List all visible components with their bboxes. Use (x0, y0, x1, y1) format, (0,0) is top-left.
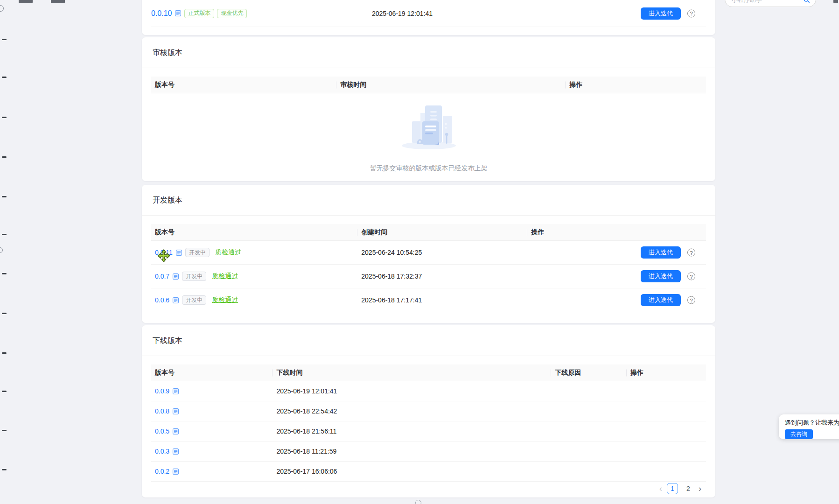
created-time: 2025-06-18 17:32:37 (357, 273, 527, 280)
version-link[interactable]: 0.0.3 (155, 448, 169, 455)
pagination: ‹ 1 2 › (659, 483, 701, 494)
version-link[interactable]: 0.0.6 (155, 296, 169, 304)
left-edge-mark (2, 234, 7, 235)
created-time: 2025-06-24 10:54:25 (357, 249, 527, 256)
bottom-edge-circle (415, 500, 421, 504)
left-edge-mark (2, 156, 7, 158)
section-title: 下线版本 (142, 325, 715, 356)
column-header: 操作 (527, 228, 706, 237)
offline-table: 版本号 下线时间 下线原因 操作 0.0.9 2025-06-19 12:01:… (151, 364, 706, 482)
search-icon[interactable] (803, 0, 810, 3)
action-cell: 进入迭代 ? (527, 288, 706, 312)
file-icon[interactable] (172, 428, 179, 435)
action-cell (627, 421, 706, 441)
offline-time: 2025-06-18 22:54:42 (273, 407, 551, 415)
action-cell (627, 441, 706, 461)
dev-table: 版本号 创建时间 操作 0.0.11 开发中 质检通过 2025-06-24 1… (151, 224, 706, 312)
version-link[interactable]: 0.0.8 (155, 407, 169, 415)
file-icon[interactable] (172, 297, 179, 304)
table-row: 0.0.8 2025-06-18 22:54:42 (151, 401, 706, 421)
clipped-tab-text (19, 0, 33, 3)
enter-iteration-button[interactable]: 进入迭代 (641, 294, 681, 306)
file-icon[interactable] (172, 448, 179, 455)
table-row: 0.0.6 开发中 质检通过 2025-06-18 17:17:41 进入迭代 … (151, 288, 706, 312)
page-button-2[interactable]: 2 (683, 483, 694, 494)
enter-iteration-button[interactable]: 进入迭代 (641, 7, 681, 20)
version-link[interactable]: 0.0.7 (155, 273, 169, 280)
column-header: 下线原因 (551, 369, 627, 377)
version-cell: 0.0.6 开发中 质检通过 (151, 295, 357, 305)
empty-state-text: 暂无提交审核的版本或版本已经发布上架 (151, 164, 706, 173)
left-edge-circle (0, 5, 4, 12)
column-header: 版本号 (151, 369, 273, 377)
created-time: 2025-06-18 17:17:41 (357, 296, 527, 304)
help-icon[interactable]: ? (687, 296, 695, 304)
offline-time: 2025-06-17 16:06:06 (273, 468, 551, 475)
version-cell: 0.0.3 (151, 448, 273, 455)
version-cell: 0.0.9 (151, 387, 273, 395)
status-tag: 开发中 (185, 248, 210, 257)
enter-iteration-button[interactable]: 进入迭代 (641, 246, 681, 259)
left-edge-mark (2, 391, 7, 392)
table-header: 版本号 审核时间 操作 (151, 77, 706, 93)
version-cell: 0.0.5 (151, 427, 273, 435)
column-header: 版本号 (151, 228, 357, 237)
column-header: 操作 (566, 81, 706, 89)
qa-passed-link[interactable]: 质检通过 (215, 248, 241, 257)
enter-iteration-button[interactable]: 进入迭代 (641, 270, 681, 282)
action-cell: 进入迭代 ? (247, 0, 706, 27)
version-cell: 0.0.10 正式版本 现金优先 (151, 9, 247, 18)
next-page-icon[interactable]: › (699, 483, 701, 494)
clipped-tab-text (51, 0, 65, 3)
release-version-card: 0.0.10 正式版本 现金优先 2025-06-19 12:01:41 进入迭… (142, 0, 715, 35)
file-icon[interactable] (172, 468, 179, 475)
version-link[interactable]: 0.0.2 (155, 468, 169, 475)
offline-time: 2025-06-18 11:21:59 (273, 448, 551, 455)
file-icon[interactable] (172, 388, 179, 395)
left-edge-mark (2, 469, 7, 470)
version-link[interactable]: 0.0.10 (151, 9, 172, 18)
chat-widget: 遇到问题？让我来为你 去咨询 (779, 414, 839, 439)
column-header: 下线时间 (273, 369, 551, 377)
status-tag: 开发中 (182, 295, 206, 305)
table-row: 0.0.3 2025-06-18 11:21:59 (151, 441, 706, 462)
version-cell: 0.0.2 (151, 468, 273, 475)
left-edge-mark (2, 313, 7, 314)
action-cell: 进入迭代 ? (527, 241, 706, 264)
help-icon[interactable]: ? (687, 273, 695, 280)
left-edge-mark (2, 196, 7, 197)
offline-versions-card: 下线版本 版本号 下线时间 下线原因 操作 0.0.9 2025-06-19 1… (142, 325, 715, 497)
version-cell: 0.0.11 开发中 质检通过 (151, 248, 357, 257)
version-link[interactable]: 0.0.9 (155, 387, 169, 395)
qa-passed-link[interactable]: 质检通过 (212, 272, 238, 280)
file-icon[interactable] (175, 10, 182, 17)
page-button-1[interactable]: 1 (667, 483, 678, 494)
status-tag: 开发中 (182, 272, 206, 281)
left-edge-circle (0, 247, 3, 253)
search-input[interactable] (731, 0, 803, 4)
offline-time: 2025-06-19 12:01:41 (273, 387, 551, 395)
file-icon[interactable] (172, 408, 179, 415)
clipped-corner-text (833, 0, 838, 3)
file-icon[interactable] (175, 249, 182, 256)
table-row: 0.0.10 正式版本 现金优先 2025-06-19 12:01:41 进入迭… (151, 0, 706, 27)
action-cell (627, 381, 706, 401)
column-header: 创建时间 (357, 228, 527, 237)
help-icon[interactable]: ? (687, 249, 695, 257)
section-title: 开发版本 (142, 185, 715, 216)
version-link[interactable]: 0.0.5 (155, 427, 169, 435)
table-row: 0.0.5 2025-06-18 21:56:11 (151, 421, 706, 441)
qa-passed-link[interactable]: 质检通过 (212, 296, 238, 304)
action-cell (627, 401, 706, 421)
consult-button[interactable]: 去咨询 (785, 429, 813, 439)
help-icon[interactable]: ? (687, 9, 695, 17)
file-icon[interactable] (172, 273, 179, 280)
left-edge-mark (2, 117, 7, 118)
table-row: 0.0.7 开发中 质检通过 2025-06-18 17:32:37 进入迭代 … (151, 265, 706, 288)
table-header: 版本号 下线时间 下线原因 操作 (151, 364, 706, 381)
left-edge-mark (2, 430, 7, 431)
table-row: 0.0.2 2025-06-17 16:06:06 (151, 462, 706, 482)
prev-page-icon[interactable]: ‹ (659, 483, 662, 494)
empty-state-illustration (398, 99, 460, 153)
column-header: 版本号 (151, 81, 336, 89)
